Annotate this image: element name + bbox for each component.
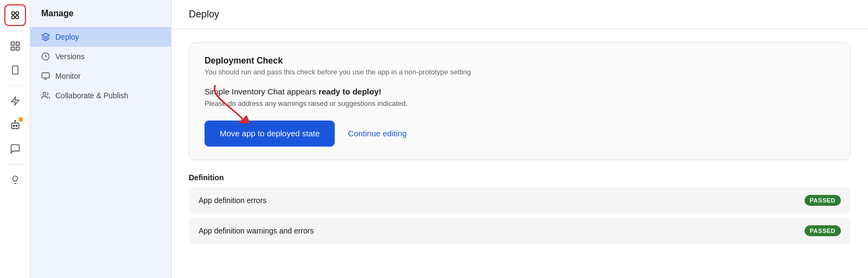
divider-1 [7, 30, 23, 31]
svg-rect-8 [12, 66, 18, 74]
definition-row-1-label: App definition warnings and errors [199, 226, 314, 235]
svg-point-12 [13, 125, 15, 127]
sidebar-item-versions[interactable]: Versions [30, 47, 171, 66]
icon-rail [0, 0, 30, 278]
page-title: Deploy [171, 0, 868, 29]
sidebar-item-deploy[interactable]: Deploy [30, 27, 171, 47]
definition-title: Definition [189, 173, 851, 182]
svg-point-0 [11, 12, 14, 15]
deployment-check-title: Deployment Check [205, 56, 835, 66]
grid-icon[interactable] [4, 35, 26, 57]
svg-point-15 [15, 121, 16, 122]
bolt-icon[interactable] [4, 90, 26, 112]
deploy-icon [41, 33, 50, 41]
deployment-check-subtitle: You should run and pass this check befor… [205, 68, 835, 76]
mobile-icon[interactable] [4, 59, 26, 81]
svg-point-3 [15, 16, 18, 18]
svg-rect-19 [42, 73, 49, 78]
definition-row-0-label: App definition errors [199, 196, 266, 205]
svg-point-2 [11, 16, 14, 18]
sidebar-item-monitor-label: Monitor [55, 72, 81, 80]
svg-rect-6 [11, 47, 14, 50]
svg-rect-11 [11, 123, 18, 129]
definition-row-1-badge: PASSED [805, 225, 841, 236]
svg-point-1 [15, 12, 18, 15]
sidebar-item-versions-label: Versions [55, 52, 85, 61]
svg-rect-4 [11, 42, 14, 46]
sidebar-item-deploy-label: Deploy [55, 33, 79, 41]
main-body: Deployment Check You should run and pass… [171, 29, 868, 261]
versions-icon [41, 52, 50, 61]
svg-marker-10 [11, 97, 19, 105]
bulb-icon[interactable] [4, 169, 26, 191]
definition-row-0: App definition errors PASSED [189, 187, 851, 213]
manage-icon[interactable] [4, 4, 26, 26]
definition-row-1: App definition warnings and errors PASSE… [189, 218, 851, 244]
main-content: Deploy Deployment Check You should run a… [171, 0, 868, 278]
svg-rect-5 [16, 42, 19, 46]
warning-text: Please do address any warnings raised or… [205, 99, 835, 108]
sidebar: Manage Deploy Versions Monitor [30, 0, 171, 278]
definition-row-0-badge: PASSED [805, 195, 841, 206]
deployment-check-card: Deployment Check You should run and pass… [189, 42, 851, 160]
monitor-icon [41, 72, 50, 80]
divider-2 [7, 85, 23, 86]
sidebar-title: Manage [30, 9, 171, 27]
sidebar-item-collaborate[interactable]: Collaborate & Publish [30, 86, 171, 105]
action-row: Move app to deployed state Continue edit… [205, 121, 407, 147]
notification-badge [18, 117, 23, 122]
continue-editing-button[interactable]: Continue editing [348, 129, 406, 138]
svg-point-13 [16, 125, 17, 127]
ready-text: Simple Inventory Chat appears ready to d… [205, 87, 835, 96]
robot-icon[interactable] [4, 114, 26, 136]
sidebar-item-collaborate-label: Collaborate & Publish [55, 91, 129, 100]
collaborate-icon [41, 91, 50, 100]
definition-section: Definition App definition errors PASSED … [189, 173, 851, 248]
deploy-button[interactable]: Move app to deployed state [205, 121, 335, 147]
svg-rect-7 [16, 47, 19, 50]
chat-icon[interactable] [4, 138, 26, 160]
divider-3 [7, 164, 23, 165]
sidebar-item-monitor[interactable]: Monitor [30, 66, 171, 86]
svg-point-22 [43, 92, 46, 95]
action-area: Move app to deployed state Continue edit… [205, 121, 407, 147]
